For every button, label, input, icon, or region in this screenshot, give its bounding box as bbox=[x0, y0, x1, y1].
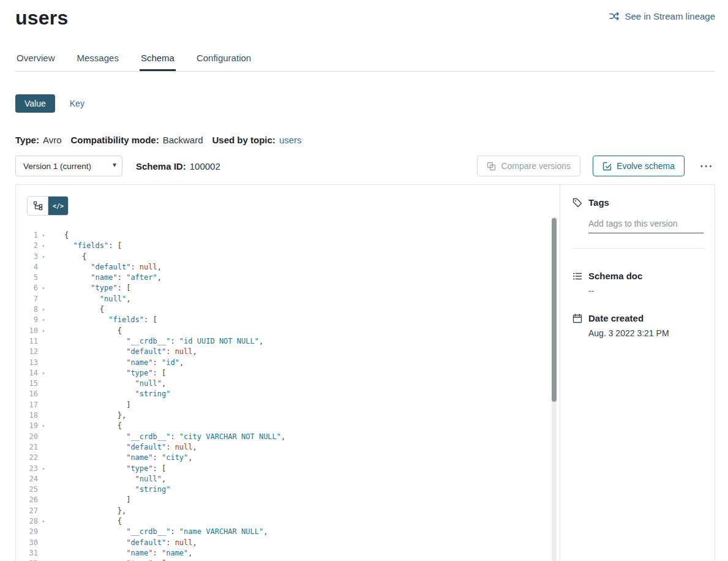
schema-doc-section: Schema doc -- bbox=[572, 271, 704, 296]
code-line: 15 "null", bbox=[16, 378, 560, 389]
compare-versions-button[interactable]: Compare versions bbox=[477, 156, 580, 176]
code-scrollbar[interactable] bbox=[552, 217, 557, 561]
compatibility-value: Backward bbox=[163, 135, 203, 146]
schema-meta: Type: Avro Compatibility mode: Backward … bbox=[15, 135, 715, 146]
code-line: 25 "string" bbox=[16, 484, 560, 495]
code-line: 4 "default": null, bbox=[16, 262, 560, 273]
fold-toggle-icon[interactable]: ▾ bbox=[38, 464, 49, 474]
schema-code-editor: </> 1▾{2▾ "fields": [3▾ {4 "default": nu… bbox=[16, 185, 560, 561]
scrollbar-thumb[interactable] bbox=[552, 218, 557, 402]
code-line: 11 "__crdb__": "id UUID NOT NULL", bbox=[16, 336, 560, 347]
type-value: Avro bbox=[43, 135, 62, 146]
fold-toggle-icon[interactable]: ▾ bbox=[38, 304, 49, 315]
tab-overview[interactable]: Overview bbox=[15, 53, 56, 71]
code-line: 19▾ { bbox=[16, 421, 560, 431]
fold-spacer bbox=[38, 495, 49, 505]
code-text: "type": [ bbox=[49, 464, 166, 474]
code-text: "default": null, bbox=[49, 347, 197, 357]
fold-spacer bbox=[38, 527, 49, 537]
code-line: 32▾ "type": [ bbox=[16, 559, 560, 561]
fold-spacer bbox=[38, 294, 49, 304]
fold-spacer bbox=[38, 453, 49, 463]
line-number: 27 bbox=[16, 506, 38, 516]
fold-spacer bbox=[38, 400, 49, 410]
schema-sidebar: Tags Schema doc -- bbox=[560, 185, 715, 561]
code-view-button[interactable]: </> bbox=[48, 197, 68, 215]
code-line: 28▾ { bbox=[16, 516, 560, 527]
fold-toggle-icon[interactable]: ▾ bbox=[38, 326, 49, 336]
tab-configuration[interactable]: Configuration bbox=[195, 53, 252, 71]
code-text: "name": "city", bbox=[49, 453, 193, 463]
code-line: 29 "__crdb__": "name VARCHAR NULL", bbox=[16, 527, 560, 537]
line-number: 30 bbox=[16, 538, 38, 548]
view-toggle: </> bbox=[27, 196, 69, 216]
line-number: 1 bbox=[16, 230, 38, 241]
code-line: 13 "name": "id", bbox=[16, 358, 560, 368]
evolve-schema-button[interactable]: Evolve schema bbox=[593, 156, 685, 176]
fold-toggle-icon[interactable]: ▾ bbox=[38, 421, 49, 431]
code-line: 23▾ "type": [ bbox=[16, 464, 560, 474]
fold-spacer bbox=[38, 548, 49, 559]
line-number: 14 bbox=[16, 368, 38, 378]
key-toggle-button[interactable]: Key bbox=[62, 94, 92, 113]
page-header: users See in Stream lineage bbox=[15, 6, 715, 31]
topic-link[interactable]: users bbox=[279, 135, 302, 146]
code-line: 2▾ "fields": [ bbox=[16, 241, 560, 251]
fold-spacer bbox=[38, 432, 49, 442]
line-number: 32 bbox=[16, 559, 38, 561]
page-title: users bbox=[15, 6, 68, 29]
tags-header: Tags bbox=[572, 197, 704, 208]
fold-spacer bbox=[38, 506, 49, 516]
schema-id: Schema ID: 100002 bbox=[136, 161, 220, 171]
line-number: 7 bbox=[16, 294, 38, 304]
tab-messages[interactable]: Messages bbox=[76, 53, 120, 71]
fold-toggle-icon[interactable]: ▾ bbox=[38, 315, 49, 325]
tree-view-button[interactable] bbox=[28, 197, 48, 215]
fold-toggle-icon[interactable]: ▾ bbox=[38, 516, 49, 527]
fold-spacer bbox=[38, 442, 49, 453]
line-number: 10 bbox=[16, 326, 38, 336]
tags-section: Tags bbox=[572, 197, 704, 233]
code-text: { bbox=[49, 516, 122, 527]
calendar-icon bbox=[572, 314, 582, 323]
tags-title: Tags bbox=[588, 197, 609, 208]
type-label: Type: bbox=[15, 135, 39, 146]
line-number: 13 bbox=[16, 358, 38, 368]
tags-input[interactable] bbox=[588, 219, 704, 233]
tab-schema[interactable]: Schema bbox=[140, 53, 176, 71]
code-line: 27 }, bbox=[16, 506, 560, 516]
version-select-wrap: Version 1 (current) ▾ bbox=[15, 156, 122, 176]
code-text: { bbox=[49, 421, 122, 431]
fold-toggle-icon[interactable]: ▾ bbox=[38, 559, 49, 561]
line-number: 20 bbox=[16, 432, 38, 442]
tree-view-icon bbox=[33, 201, 43, 211]
stream-lineage-link[interactable]: See in Stream lineage bbox=[609, 11, 715, 21]
line-number: 23 bbox=[16, 464, 38, 474]
compare-versions-icon bbox=[487, 162, 496, 171]
code-line: 1▾{ bbox=[16, 230, 560, 241]
version-select[interactable]: Version 1 (current) bbox=[15, 156, 122, 176]
line-number: 2 bbox=[16, 241, 38, 251]
line-number: 9 bbox=[16, 315, 38, 325]
code-text: "null", bbox=[49, 474, 166, 484]
schema-panel: </> 1▾{2▾ "fields": [3▾ {4 "default": nu… bbox=[15, 184, 715, 561]
meta-type: Type: Avro bbox=[15, 135, 61, 146]
line-number: 3 bbox=[16, 252, 38, 262]
fold-toggle-icon[interactable]: ▾ bbox=[38, 230, 49, 241]
more-options-button[interactable]: ⋯ bbox=[697, 159, 715, 173]
fold-toggle-icon[interactable]: ▾ bbox=[38, 252, 49, 262]
meta-used-by-topic: Used by topic: users bbox=[212, 135, 302, 146]
date-created-title: Date created bbox=[588, 313, 644, 323]
fold-toggle-icon[interactable]: ▾ bbox=[38, 368, 49, 378]
code-text: "null", bbox=[49, 378, 166, 389]
code-text: "__crdb__": "city VARCHAR NOT NULL", bbox=[49, 432, 285, 442]
line-number: 12 bbox=[16, 347, 38, 357]
line-number: 16 bbox=[16, 389, 38, 399]
fold-toggle-icon[interactable]: ▾ bbox=[38, 241, 49, 251]
fold-toggle-icon[interactable]: ▾ bbox=[38, 283, 49, 293]
code-text: "__crdb__": "name VARCHAR NULL", bbox=[49, 527, 268, 537]
line-number: 11 bbox=[16, 336, 38, 347]
code-text: "default": null, bbox=[49, 538, 197, 548]
line-number: 21 bbox=[16, 442, 38, 453]
value-toggle-button[interactable]: Value bbox=[15, 94, 55, 113]
